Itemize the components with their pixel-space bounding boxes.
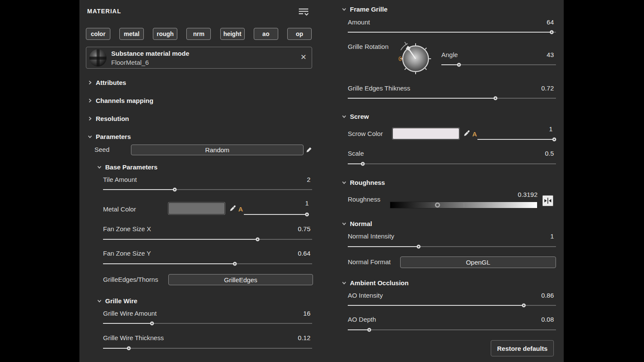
chevron-down-icon — [341, 180, 347, 185]
fg-amount-slider[interactable] — [348, 29, 556, 36]
scrow-color-label: Scrow Color — [348, 130, 383, 138]
edit-pencil-icon[interactable] — [305, 146, 313, 154]
grille-wire-thickness-value: 0.12 — [276, 334, 310, 342]
angle-label: Angle — [441, 51, 458, 59]
ao-intensity-label: AO Intensity — [348, 291, 383, 300]
seed-value-button[interactable]: Random — [131, 145, 304, 155]
fg-amount-label: Amount — [348, 18, 370, 27]
slider-knob[interactable] — [127, 347, 131, 350]
normal-intensity-label: Normal Intensity — [348, 232, 394, 241]
slot-material-name: FloorMetal_6 — [111, 59, 189, 66]
section-resolution[interactable]: Resolution — [87, 114, 129, 123]
slider-knob[interactable] — [173, 188, 177, 192]
slider-knob[interactable] — [553, 138, 556, 142]
chevron-down-icon — [341, 6, 347, 12]
normal-intensity-slider[interactable] — [348, 243, 556, 250]
grille-wire-amount-slider[interactable] — [103, 320, 312, 327]
slider-knob[interactable] — [457, 63, 461, 67]
screw-alpha-slider[interactable] — [477, 136, 556, 143]
normal-format-label: Normal Format — [348, 258, 391, 266]
slider-knob[interactable] — [367, 328, 371, 332]
slider-knob[interactable] — [435, 202, 440, 208]
slider-knob[interactable] — [305, 213, 309, 217]
slider-knob[interactable] — [233, 262, 237, 266]
section-ambient-occlusion[interactable]: Ambient Occlusion — [341, 278, 409, 287]
chevron-right-icon — [87, 80, 93, 85]
tile-amount-slider[interactable] — [103, 186, 312, 193]
eyedropper-icon[interactable] — [463, 130, 471, 137]
grille-edges-thikness-value: 0.72 — [519, 84, 554, 93]
expand-range-icon[interactable] — [542, 195, 553, 206]
grille-edges-thikness-slider[interactable] — [348, 95, 556, 102]
grille-wire-amount-value: 16 — [276, 309, 310, 318]
metal-color-label: Metal Color — [103, 205, 136, 214]
ao-intensity-value: 0.86 — [519, 291, 554, 300]
chip-rough[interactable]: rough — [153, 28, 177, 40]
right-column: Frame Grille Amount 64 Grille Rotation — [340, 0, 556, 362]
chevron-down-icon — [87, 134, 93, 139]
chevron-down-icon — [97, 298, 102, 304]
metal-alpha-value: 1 — [292, 199, 309, 208]
fan-zone-x-slider[interactable] — [103, 236, 312, 243]
alpha-label: A — [472, 130, 477, 139]
slider-knob[interactable] — [150, 322, 154, 326]
fan-zone-x-value: 0.75 — [276, 225, 310, 233]
slider-knob[interactable] — [550, 30, 554, 34]
section-screw[interactable]: Screw — [341, 112, 369, 121]
chip-height[interactable]: height — [220, 28, 245, 40]
panel-title: MATERIAL — [87, 8, 121, 15]
fan-zone-x-label: Fan Zone Size X — [103, 225, 151, 233]
slider-knob[interactable] — [522, 304, 526, 308]
chevron-down-icon — [97, 164, 102, 170]
ao-depth-label: AO Depth — [348, 315, 376, 324]
channel-chips: color metal rough nrm height ao op — [86, 28, 312, 40]
chip-color[interactable]: color — [86, 28, 110, 40]
chevron-down-icon — [341, 280, 347, 286]
chip-nrm[interactable]: nrm — [186, 28, 211, 40]
fan-zone-y-label: Fan Zone Size Y — [103, 249, 151, 258]
remove-material-icon[interactable]: ✕ — [301, 53, 307, 62]
slider-knob[interactable] — [361, 162, 365, 166]
section-frame-grille[interactable]: Frame Grille — [341, 5, 388, 13]
scale-slider[interactable] — [348, 160, 556, 167]
grille-edges-button[interactable]: GrilleEdges — [168, 274, 313, 285]
seed-label: Seed — [94, 145, 109, 154]
material-thumbnail — [89, 49, 106, 66]
metal-color-swatch[interactable] — [168, 202, 225, 214]
chevron-down-icon — [341, 114, 347, 119]
chip-ao[interactable]: ao — [254, 28, 278, 40]
grille-rotation-label: Grille Rotation — [348, 42, 389, 51]
roughness-gradient-slider[interactable] — [390, 202, 538, 208]
substance-material-slot[interactable]: Substance material mode FloorMetal_6 ✕ — [86, 47, 312, 69]
grille-wire-thickness-slider[interactable] — [103, 345, 312, 352]
section-channels-mapping[interactable]: Channels mapping — [87, 96, 153, 105]
panel-options-icon[interactable] — [298, 7, 309, 17]
ao-depth-slider[interactable] — [348, 326, 556, 333]
grille-edges-thikness-label: Grille Edges Thikness — [348, 84, 410, 93]
chip-metal[interactable]: metal — [119, 28, 144, 40]
section-grille-wire[interactable]: Grille Wire — [97, 296, 137, 305]
restore-defaults-button[interactable]: Restore defaults — [491, 340, 554, 356]
screw-alpha-value: 1 — [535, 125, 553, 133]
chip-op[interactable]: op — [287, 28, 312, 40]
roughness-slider-label: Roughness — [348, 195, 380, 204]
normal-format-button[interactable]: OpenGL — [400, 256, 556, 268]
fan-zone-y-slider[interactable] — [103, 260, 312, 267]
metal-alpha-slider[interactable] — [244, 211, 307, 218]
slider-knob[interactable] — [256, 238, 260, 241]
rotation-dial[interactable] — [396, 39, 435, 78]
slider-knob[interactable] — [416, 245, 420, 249]
fan-zone-y-value: 0.64 — [276, 249, 310, 258]
section-normal[interactable]: Normal — [341, 219, 372, 228]
tile-amount-value: 2 — [276, 175, 310, 184]
eyedropper-icon[interactable] — [229, 205, 237, 212]
section-parameters[interactable]: Parameters — [87, 132, 131, 141]
scrow-color-swatch[interactable] — [392, 128, 459, 139]
dial-zero-label: 0 — [398, 55, 402, 62]
section-roughness[interactable]: Roughness — [341, 178, 385, 187]
section-attributes[interactable]: Attributes — [87, 78, 126, 87]
slider-knob[interactable] — [494, 97, 498, 100]
section-base-parameters[interactable]: Base Parameters — [97, 163, 158, 171]
angle-slider[interactable] — [441, 61, 556, 68]
ao-intensity-slider[interactable] — [348, 302, 556, 309]
